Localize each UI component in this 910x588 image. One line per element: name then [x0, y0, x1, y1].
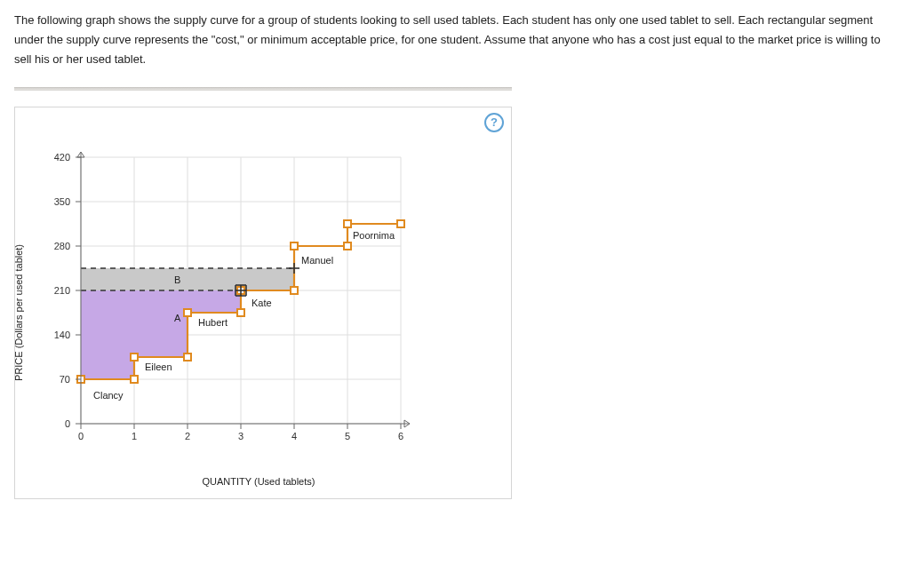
question-prompt: The following graph shows the supply cur…: [14, 11, 885, 69]
label-eileen: Eileen: [145, 362, 172, 372]
svg-text:0: 0: [65, 418, 70, 429]
label-hubert: Hubert: [198, 317, 228, 328]
chart-card: ? PRICE (Dollars per used tablet): [14, 107, 512, 499]
svg-text:2: 2: [185, 431, 190, 441]
svg-rect-28: [344, 220, 351, 227]
svg-rect-22: [184, 309, 191, 316]
svg-rect-29: [397, 220, 404, 227]
svg-rect-26: [291, 242, 298, 250]
svg-text:1: 1: [132, 431, 137, 441]
label-clancy: Clancy: [93, 390, 124, 401]
svg-text:210: 210: [54, 285, 70, 296]
svg-text:140: 140: [54, 330, 70, 340]
help-icon[interactable]: ?: [484, 113, 504, 132]
y-axis-label: PRICE (Dollars per used tablet): [11, 244, 28, 381]
label-kate: Kate: [251, 298, 272, 308]
divider: [14, 87, 512, 91]
chart-frame: PRICE (Dollars per used tablet): [28, 139, 490, 486]
label-poornima: Poornima: [353, 230, 395, 241]
svg-rect-16: [188, 290, 241, 313]
svg-text:420: 420: [54, 152, 70, 163]
svg-rect-23: [237, 309, 244, 316]
region-B: [81, 268, 294, 290]
label-manuel: Manuel: [301, 255, 333, 266]
svg-text:350: 350: [54, 196, 70, 207]
svg-text:280: 280: [54, 241, 70, 251]
svg-rect-25: [291, 287, 298, 294]
svg-text:4: 4: [291, 431, 297, 441]
x-axis-label: QUANTITY (Used tablets): [28, 473, 490, 490]
label-B: B: [174, 274, 180, 285]
svg-text:0: 0: [78, 431, 84, 441]
svg-rect-27: [344, 242, 351, 250]
svg-text:6: 6: [398, 431, 403, 441]
svg-text:3: 3: [238, 431, 243, 441]
svg-rect-19: [131, 376, 138, 383]
label-A: A: [174, 313, 181, 323]
svg-rect-14: [81, 290, 134, 379]
svg-rect-17: [81, 268, 294, 290]
svg-rect-20: [131, 354, 138, 361]
svg-text:5: 5: [345, 431, 350, 441]
svg-rect-21: [184, 354, 191, 361]
supply-chart-svg: A B Clancy Eileen Hubert Kate Manuel Poo…: [28, 139, 490, 468]
svg-text:70: 70: [60, 374, 70, 385]
svg-rect-15: [134, 290, 188, 357]
